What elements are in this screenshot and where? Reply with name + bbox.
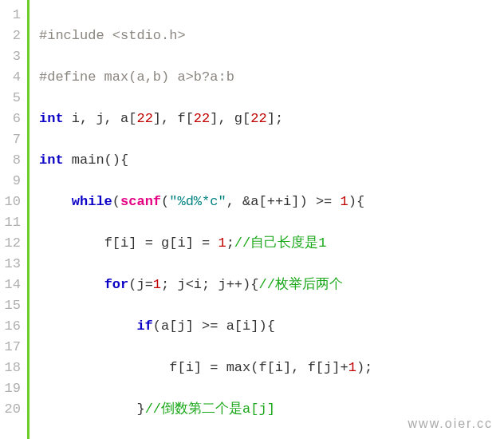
comment: //自己长度是1 — [234, 235, 327, 251]
code-line: if(a[j] >= a[i]){ — [39, 316, 504, 337]
code-view: 1 2 3 4 5 6 7 8 9 10 11 12 13 14 15 16 1… — [0, 0, 504, 439]
code-text: ( — [112, 194, 120, 209]
line-number: 9 — [3, 171, 21, 192]
number: 1 — [341, 194, 348, 209]
line-number: 15 — [3, 295, 21, 316]
indent — [39, 360, 169, 375]
keyword: int — [39, 152, 64, 168]
line-number: 18 — [3, 358, 21, 378]
line-number: 10 — [3, 192, 21, 212]
code-line: int main(){ — [39, 150, 504, 171]
line-number: 19 — [3, 378, 21, 399]
number: 1 — [153, 277, 161, 292]
code-text: ); — [356, 360, 372, 375]
keyword: while — [72, 194, 112, 209]
line-number-gutter: 1 2 3 4 5 6 7 8 9 10 11 12 13 14 15 16 1… — [0, 0, 27, 439]
indent — [39, 194, 72, 209]
indent — [39, 235, 104, 251]
code-text: } — [136, 401, 144, 417]
code-text: f[i] = max(f[i], f[j]+ — [169, 360, 348, 375]
code-line: for(j=1; j<i; j++){//枚举后两个 — [39, 275, 504, 295]
indent — [39, 277, 104, 292]
keyword: for — [104, 277, 129, 292]
comment: //倒数第二个是a[j] — [145, 401, 275, 417]
code-text: i, j, a[ — [64, 111, 137, 126]
code-text: (j= — [128, 277, 153, 292]
line-number: 20 — [3, 399, 21, 420]
code-text: ], g[ — [210, 111, 250, 126]
line-number: 6 — [3, 109, 21, 129]
line-number: 8 — [3, 150, 21, 171]
indent — [39, 401, 136, 417]
code-text: ; j<i; j++){ — [161, 277, 258, 292]
line-number: 4 — [3, 67, 21, 88]
number: 22 — [250, 111, 266, 126]
line-number: 11 — [3, 212, 21, 233]
code-text: ( — [161, 194, 169, 209]
watermark: www.oier.cc — [408, 417, 493, 431]
number: 1 — [348, 360, 356, 375]
code-text: ; — [226, 235, 234, 251]
function-scanf: scanf — [120, 194, 161, 209]
code-line: f[i] = max(f[i], f[j]+1); — [39, 358, 504, 378]
code-line: #include <stdio.h> — [39, 26, 504, 46]
line-number: 7 — [3, 129, 21, 150]
number: 22 — [136, 111, 152, 126]
gutter-divider — [27, 0, 30, 439]
code-line: f[i] = g[i] = 1;//自己长度是1 — [39, 233, 504, 254]
indent — [39, 318, 136, 334]
code-text: , &a[++i]) >= — [226, 194, 341, 209]
code-area: #include <stdio.h> #define max(a,b) a>b?… — [39, 0, 504, 439]
line-number: 3 — [3, 46, 21, 67]
line-number: 12 — [3, 233, 21, 254]
line-number: 14 — [3, 275, 21, 295]
code-line: while(scanf("%d%*c", &a[++i]) >= 1){ — [39, 192, 504, 212]
line-number: 17 — [3, 337, 21, 358]
code-line: #define max(a,b) a>b?a:b — [39, 67, 504, 88]
preprocessor: #include <stdio.h> — [39, 28, 186, 43]
line-number: 5 — [3, 88, 21, 109]
string: "%d%*c" — [169, 194, 226, 209]
code-line: int i, j, a[22], f[22], g[22]; — [39, 109, 504, 129]
code-text: f[i] = g[i] = — [104, 235, 219, 251]
line-number: 13 — [3, 254, 21, 275]
line-number: 16 — [3, 316, 21, 337]
code-text: main(){ — [64, 152, 129, 168]
preprocessor: #define max(a,b) a>b?a:b — [39, 69, 234, 85]
keyword: int — [39, 111, 64, 126]
number: 22 — [194, 111, 210, 126]
code-text: ]; — [267, 111, 283, 126]
keyword: if — [136, 318, 152, 334]
code-text: (a[j] >= a[i]){ — [153, 318, 275, 334]
code-text: ], f[ — [153, 111, 194, 126]
comment: //枚举后两个 — [258, 277, 342, 292]
line-number: 1 — [3, 5, 21, 26]
line-number: 2 — [3, 26, 21, 46]
number: 1 — [218, 235, 226, 251]
code-text: ){ — [348, 194, 364, 209]
